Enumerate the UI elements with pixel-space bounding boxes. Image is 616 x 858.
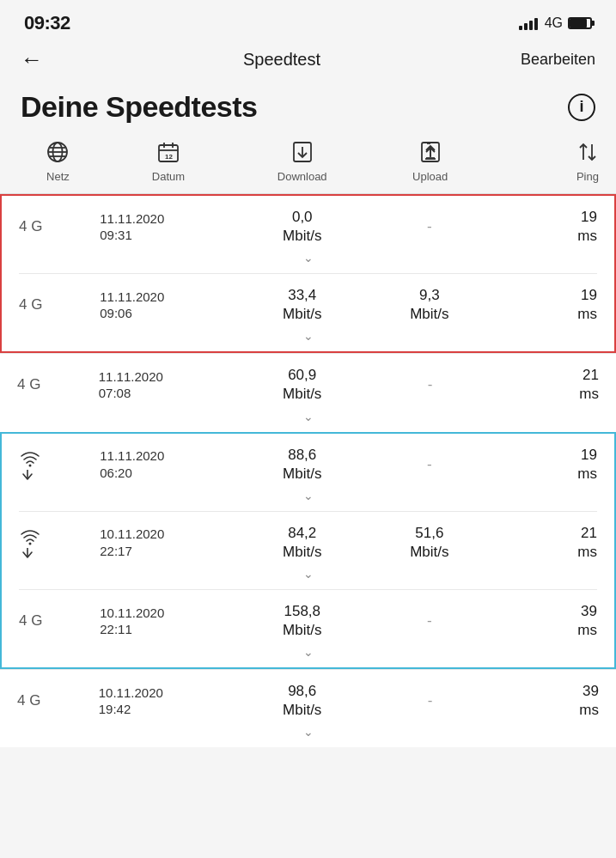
row-expand-7[interactable]: ⌄: [0, 723, 616, 747]
table-row[interactable]: 4 G 10.11.202019:42 98,6Mbit/s - 39ms: [0, 669, 616, 723]
upload-icon: [419, 141, 442, 167]
edit-button[interactable]: Bearbeiten: [521, 51, 595, 69]
cell-netz: 4 G: [19, 295, 100, 314]
cell-download: 0,0Mbit/s: [239, 208, 366, 246]
table-row[interactable]: 10.11.202022:17 84,2Mbit/s 51,6Mbit/s 21…: [2, 512, 614, 565]
table-row[interactable]: 4 G 11.11.202009:31 0,0Mbit/s - 19ms: [2, 196, 614, 249]
globe-icon: [46, 141, 69, 167]
cell-netz-wifi: [19, 527, 100, 558]
cell-download: 158,8Mbit/s: [239, 602, 366, 640]
row-expand-3[interactable]: ⌄: [0, 408, 616, 432]
cell-upload: -: [366, 612, 493, 630]
blue-group: 11.11.202006:20 88,6Mbit/s - 19ms ⌄: [0, 432, 616, 670]
cell-upload: -: [366, 455, 493, 474]
info-icon: i: [579, 98, 583, 116]
row-expand-6[interactable]: ⌄: [2, 643, 614, 667]
row-expand-4[interactable]: ⌄: [2, 487, 614, 511]
cell-datum: 11.11.202009:31: [100, 210, 239, 244]
cell-ping: 19ms: [493, 208, 597, 246]
cell-download: 84,2Mbit/s: [239, 524, 366, 562]
cell-datum: 11.11.202009:06: [100, 289, 239, 322]
status-time: 09:32: [24, 12, 70, 34]
arrows-icon: [576, 141, 599, 167]
table-body: 4 G 11.11.202009:31 0,0Mbit/s - 19ms ⌄ 4…: [0, 194, 616, 747]
nav-title: Speedtest: [243, 50, 320, 70]
col-header-ping: Ping: [494, 141, 599, 183]
signal-bars-icon: [519, 16, 538, 30]
row-expand-1[interactable]: ⌄: [2, 249, 614, 273]
row-expand-5[interactable]: ⌄: [2, 565, 614, 589]
status-icons: 4G: [519, 15, 592, 31]
col-label-datum: Datum: [152, 170, 185, 183]
status-bar: 09:32 4G: [0, 0, 616, 40]
cell-netz-wifi: [19, 449, 100, 480]
cell-download: 33,4Mbit/s: [239, 286, 366, 324]
col-label-ping: Ping: [576, 170, 599, 183]
cell-ping: 21ms: [493, 524, 597, 562]
col-label-netz: Netz: [46, 170, 70, 183]
cell-ping: 19ms: [493, 286, 597, 324]
back-button[interactable]: ←: [21, 46, 43, 73]
download-icon: [291, 141, 314, 167]
col-label-download: Download: [278, 170, 327, 183]
cell-datum: 10.11.202022:11: [100, 605, 239, 638]
cell-upload: -: [366, 375, 494, 394]
col-label-upload: Upload: [412, 170, 448, 183]
info-button[interactable]: i: [568, 94, 595, 121]
col-header-upload: Upload: [366, 141, 494, 183]
row-expand-2[interactable]: ⌄: [2, 327, 614, 351]
cell-netz: 4 G: [17, 691, 99, 710]
cell-upload: 51,6Mbit/s: [366, 524, 493, 562]
cell-upload: 9,3Mbit/s: [366, 286, 493, 324]
cell-download: 88,6Mbit/s: [239, 446, 366, 484]
cell-download: 60,9Mbit/s: [238, 366, 366, 404]
standalone-row-2: 4 G 10.11.202019:42 98,6Mbit/s - 39ms ⌄: [0, 669, 616, 747]
col-header-download: Download: [238, 141, 366, 183]
network-type: 4G: [545, 15, 563, 31]
column-headers: Netz 12 Datum Download: [0, 137, 616, 194]
cell-ping: 39ms: [493, 602, 597, 640]
red-group: 4 G 11.11.202009:31 0,0Mbit/s - 19ms ⌄ 4…: [0, 194, 616, 353]
cell-download: 98,6Mbit/s: [238, 682, 366, 720]
cell-netz: 4 G: [19, 612, 100, 630]
table-row[interactable]: 11.11.202006:20 88,6Mbit/s - 19ms: [2, 434, 614, 487]
cell-netz: 4 G: [17, 375, 99, 394]
cell-datum: 11.11.202007:08: [99, 368, 238, 402]
cell-datum: 10.11.202022:17: [100, 526, 239, 559]
cell-netz: 4 G: [19, 217, 100, 236]
page-title: Deine Speedtests: [21, 90, 257, 124]
calendar-icon: 12: [157, 141, 180, 167]
nav-bar: ← Speedtest Bearbeiten: [0, 40, 616, 83]
cell-ping: 39ms: [494, 682, 599, 720]
col-header-datum: 12 Datum: [99, 141, 238, 183]
col-header-netz: Netz: [17, 141, 99, 183]
svg-text:12: 12: [165, 153, 173, 161]
standalone-row-1: 4 G 11.11.202007:08 60,9Mbit/s - 21ms ⌄: [0, 353, 616, 431]
table-row[interactable]: 4 G 11.11.202007:08 60,9Mbit/s - 21ms: [0, 353, 616, 407]
cell-upload: -: [366, 217, 493, 236]
cell-ping: 19ms: [493, 446, 597, 484]
battery-icon: [568, 17, 592, 29]
cell-datum: 10.11.202019:42: [99, 685, 238, 718]
battery-fill: [570, 19, 587, 27]
table-row[interactable]: 4 G 10.11.202022:11 158,8Mbit/s - 39ms: [2, 590, 614, 643]
cell-upload: -: [366, 691, 494, 710]
cell-datum: 11.11.202006:20: [100, 447, 239, 481]
cell-ping: 21ms: [494, 366, 599, 404]
table-row[interactable]: 4 G 11.11.202009:06 33,4Mbit/s 9,3Mbit/s…: [2, 274, 614, 327]
page-header: Deine Speedtests i: [0, 83, 616, 137]
